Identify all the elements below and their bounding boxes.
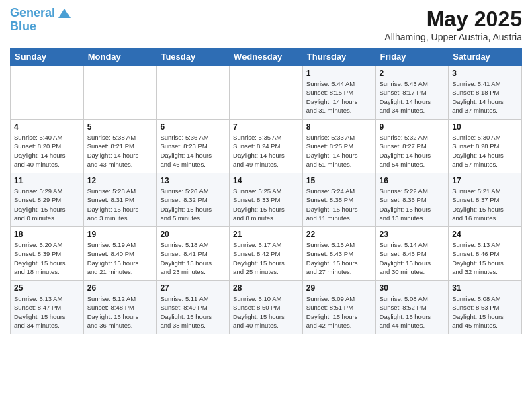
day-info: Sunrise: 5:44 AM Sunset: 8:15 PM Dayligh… xyxy=(306,79,372,115)
page-container: General Blue May 2025 Allhaming, Upper A… xyxy=(0,0,532,338)
day-info: Sunrise: 5:18 AM Sunset: 8:41 PM Dayligh… xyxy=(160,240,226,276)
calendar-cell: 6Sunrise: 5:36 AM Sunset: 8:23 PM Daylig… xyxy=(157,120,230,173)
day-info: Sunrise: 5:12 AM Sunset: 8:48 PM Dayligh… xyxy=(87,294,153,330)
calendar-table: SundayMondayTuesdayWednesdayThursdayFrid… xyxy=(10,48,522,334)
day-info: Sunrise: 5:13 AM Sunset: 8:46 PM Dayligh… xyxy=(452,240,518,276)
logo-icon xyxy=(58,9,71,18)
day-number: 18 xyxy=(14,230,80,239)
day-number: 26 xyxy=(87,283,153,293)
day-info: Sunrise: 5:25 AM Sunset: 8:33 PM Dayligh… xyxy=(233,187,299,222)
calendar-cell: 12Sunrise: 5:28 AM Sunset: 8:31 PM Dayli… xyxy=(83,173,157,227)
calendar-cell: 8Sunrise: 5:33 AM Sunset: 8:25 PM Daylig… xyxy=(302,120,375,173)
calendar-cell: 18Sunrise: 5:20 AM Sunset: 8:39 PM Dayli… xyxy=(11,227,84,281)
day-number: 29 xyxy=(306,283,372,293)
day-info: Sunrise: 5:22 AM Sunset: 8:36 PM Dayligh… xyxy=(380,187,445,222)
logo-text: General xyxy=(10,7,71,20)
day-number: 17 xyxy=(452,176,518,185)
calendar-week-4: 18Sunrise: 5:20 AM Sunset: 8:39 PM Dayli… xyxy=(11,227,522,281)
day-number: 16 xyxy=(380,176,445,185)
day-info: Sunrise: 5:33 AM Sunset: 8:25 PM Dayligh… xyxy=(306,133,372,169)
location: Allhaming, Upper Austria, Austria xyxy=(384,32,522,42)
day-number: 22 xyxy=(306,230,372,239)
logo: General Blue xyxy=(10,7,71,34)
calendar-cell: 11Sunrise: 5:29 AM Sunset: 8:29 PM Dayli… xyxy=(11,173,84,227)
day-number: 13 xyxy=(160,176,226,185)
day-info: Sunrise: 5:08 AM Sunset: 8:52 PM Dayligh… xyxy=(380,294,445,330)
day-number: 21 xyxy=(233,230,299,239)
calendar-cell: 5Sunrise: 5:38 AM Sunset: 8:21 PM Daylig… xyxy=(83,120,157,173)
day-number: 25 xyxy=(14,283,80,293)
calendar-cell: 1Sunrise: 5:44 AM Sunset: 8:15 PM Daylig… xyxy=(302,66,375,120)
day-number: 8 xyxy=(306,122,372,132)
day-info: Sunrise: 5:17 AM Sunset: 8:42 PM Dayligh… xyxy=(233,240,299,276)
day-info: Sunrise: 5:11 AM Sunset: 8:49 PM Dayligh… xyxy=(160,294,226,330)
day-info: Sunrise: 5:13 AM Sunset: 8:47 PM Dayligh… xyxy=(14,294,80,330)
day-info: Sunrise: 5:08 AM Sunset: 8:53 PM Dayligh… xyxy=(452,294,518,330)
day-info: Sunrise: 5:35 AM Sunset: 8:24 PM Dayligh… xyxy=(233,133,299,169)
calendar-week-1: 1Sunrise: 5:44 AM Sunset: 8:15 PM Daylig… xyxy=(11,66,522,120)
day-number: 24 xyxy=(452,230,518,239)
calendar-cell: 25Sunrise: 5:13 AM Sunset: 8:47 PM Dayli… xyxy=(11,281,84,334)
day-info: Sunrise: 5:36 AM Sunset: 8:23 PM Dayligh… xyxy=(160,133,226,169)
header-thursday: Thursday xyxy=(302,48,375,66)
calendar-cell: 29Sunrise: 5:09 AM Sunset: 8:51 PM Dayli… xyxy=(302,281,375,334)
calendar-cell: 20Sunrise: 5:18 AM Sunset: 8:41 PM Dayli… xyxy=(157,227,230,281)
day-number: 30 xyxy=(380,283,445,293)
calendar-cell: 22Sunrise: 5:15 AM Sunset: 8:43 PM Dayli… xyxy=(302,227,375,281)
day-info: Sunrise: 5:43 AM Sunset: 8:17 PM Dayligh… xyxy=(380,79,445,115)
day-number: 14 xyxy=(233,176,299,185)
day-number: 28 xyxy=(233,283,299,293)
day-number: 11 xyxy=(14,176,80,185)
day-info: Sunrise: 5:28 AM Sunset: 8:31 PM Dayligh… xyxy=(87,187,153,222)
day-info: Sunrise: 5:29 AM Sunset: 8:29 PM Dayligh… xyxy=(14,187,80,222)
day-number: 12 xyxy=(87,176,153,185)
calendar-cell: 16Sunrise: 5:22 AM Sunset: 8:36 PM Dayli… xyxy=(375,173,449,227)
calendar-cell: 14Sunrise: 5:25 AM Sunset: 8:33 PM Dayli… xyxy=(230,173,303,227)
calendar-cell: 30Sunrise: 5:08 AM Sunset: 8:52 PM Dayli… xyxy=(375,281,449,334)
calendar-cell xyxy=(230,66,303,120)
calendar-cell: 27Sunrise: 5:11 AM Sunset: 8:49 PM Dayli… xyxy=(157,281,230,334)
logo-blue: Blue xyxy=(10,20,36,34)
day-info: Sunrise: 5:20 AM Sunset: 8:39 PM Dayligh… xyxy=(14,240,80,276)
calendar-week-5: 25Sunrise: 5:13 AM Sunset: 8:47 PM Dayli… xyxy=(11,281,522,334)
day-info: Sunrise: 5:14 AM Sunset: 8:45 PM Dayligh… xyxy=(380,240,445,276)
day-info: Sunrise: 5:38 AM Sunset: 8:21 PM Dayligh… xyxy=(87,133,153,169)
title-block: May 2025 Allhaming, Upper Austria, Austr… xyxy=(384,7,522,42)
day-number: 3 xyxy=(452,68,518,78)
day-info: Sunrise: 5:41 AM Sunset: 8:18 PM Dayligh… xyxy=(452,79,518,115)
calendar-cell: 13Sunrise: 5:26 AM Sunset: 8:32 PM Dayli… xyxy=(157,173,230,227)
day-number: 23 xyxy=(380,230,445,239)
day-info: Sunrise: 5:19 AM Sunset: 8:40 PM Dayligh… xyxy=(87,240,153,276)
day-info: Sunrise: 5:30 AM Sunset: 8:28 PM Dayligh… xyxy=(452,133,518,169)
day-info: Sunrise: 5:24 AM Sunset: 8:35 PM Dayligh… xyxy=(306,187,372,222)
calendar-cell: 3Sunrise: 5:41 AM Sunset: 8:18 PM Daylig… xyxy=(449,66,522,120)
calendar-cell: 21Sunrise: 5:17 AM Sunset: 8:42 PM Dayli… xyxy=(230,227,303,281)
day-number: 9 xyxy=(380,122,445,132)
calendar-cell: 24Sunrise: 5:13 AM Sunset: 8:46 PM Dayli… xyxy=(449,227,522,281)
header-sunday: Sunday xyxy=(11,48,84,66)
day-number: 10 xyxy=(452,122,518,132)
day-number: 15 xyxy=(306,176,372,185)
day-number: 5 xyxy=(87,122,153,132)
day-info: Sunrise: 5:32 AM Sunset: 8:27 PM Dayligh… xyxy=(380,133,445,169)
day-number: 1 xyxy=(306,68,372,78)
day-info: Sunrise: 5:15 AM Sunset: 8:43 PM Dayligh… xyxy=(306,240,372,276)
day-info: Sunrise: 5:40 AM Sunset: 8:20 PM Dayligh… xyxy=(14,133,80,169)
day-info: Sunrise: 5:09 AM Sunset: 8:51 PM Dayligh… xyxy=(306,294,372,330)
calendar-cell: 17Sunrise: 5:21 AM Sunset: 8:37 PM Dayli… xyxy=(449,173,522,227)
calendar-cell xyxy=(83,66,157,120)
day-number: 2 xyxy=(380,68,445,78)
calendar-cell: 23Sunrise: 5:14 AM Sunset: 8:45 PM Dayli… xyxy=(375,227,449,281)
calendar-week-3: 11Sunrise: 5:29 AM Sunset: 8:29 PM Dayli… xyxy=(11,173,522,227)
day-number: 7 xyxy=(233,122,299,132)
calendar-cell xyxy=(157,66,230,120)
day-number: 4 xyxy=(14,122,80,132)
calendar-cell: 9Sunrise: 5:32 AM Sunset: 8:27 PM Daylig… xyxy=(375,120,449,173)
svg-marker-0 xyxy=(58,9,71,18)
calendar-cell: 19Sunrise: 5:19 AM Sunset: 8:40 PM Dayli… xyxy=(83,227,157,281)
calendar-cell: 7Sunrise: 5:35 AM Sunset: 8:24 PM Daylig… xyxy=(230,120,303,173)
calendar-cell: 31Sunrise: 5:08 AM Sunset: 8:53 PM Dayli… xyxy=(449,281,522,334)
day-info: Sunrise: 5:26 AM Sunset: 8:32 PM Dayligh… xyxy=(160,187,226,222)
calendar-cell: 28Sunrise: 5:10 AM Sunset: 8:50 PM Dayli… xyxy=(230,281,303,334)
calendar-cell: 15Sunrise: 5:24 AM Sunset: 8:35 PM Dayli… xyxy=(302,173,375,227)
